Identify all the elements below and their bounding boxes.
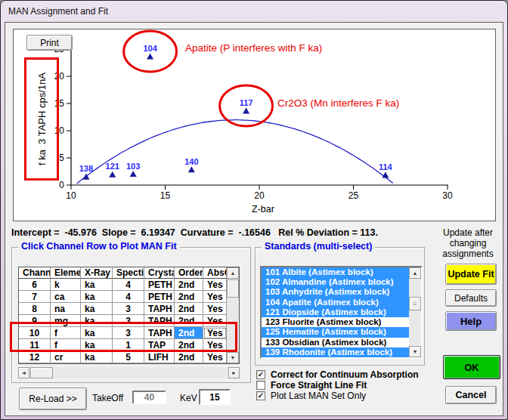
table-cell[interactable]: 2nd [175, 291, 203, 303]
checkbox-checked[interactable]: ✓ [256, 370, 265, 379]
standards-list-item[interactable]: 101 Albite (Astimex block) [262, 267, 409, 277]
table-cell[interactable]: f [51, 327, 81, 339]
option-row[interactable]: Force Straight Line Fit [256, 380, 432, 391]
table-cell[interactable]: 2nd [175, 339, 203, 351]
column-header[interactable]: Crysta [144, 267, 175, 279]
table-cell[interactable]: ka [81, 291, 113, 303]
takeoff-input[interactable] [132, 391, 166, 404]
table-cell[interactable]: LIFH [144, 351, 175, 363]
table-cell[interactable]: 12 [19, 351, 51, 363]
checkbox-unchecked[interactable] [256, 381, 265, 390]
table-cell[interactable]: Yes [203, 327, 227, 339]
scrollbar-thumb[interactable] [30, 367, 53, 378]
column-header[interactable]: AbsCo [203, 267, 227, 279]
table-cell[interactable]: ka [81, 339, 113, 351]
cancel-button[interactable]: Cancel [445, 386, 497, 404]
table-cell[interactable]: Yes [203, 303, 227, 315]
table-cell[interactable]: k [51, 279, 81, 291]
scroll-up-button[interactable]: ▲ [227, 267, 239, 279]
table-cell[interactable]: cr [51, 351, 81, 363]
standards-list-item[interactable]: 123 Fluorite (Astimex block) [262, 317, 409, 327]
table-cell[interactable]: na [51, 303, 81, 315]
table-cell[interactable]: 4 [113, 279, 144, 291]
standards-list-item[interactable]: 104 Apatite (Astimex block) [262, 298, 409, 307]
defaults-button[interactable]: Defaults [445, 289, 497, 307]
table-cell[interactable]: 6 [19, 279, 51, 291]
scroll-down-button[interactable]: ▼ [409, 346, 421, 357]
table-cell[interactable]: 5 [113, 351, 144, 363]
option-row[interactable]: ✓Correct for Continuum Absorption [256, 369, 432, 380]
table-row[interactable]: 9mgka3TAPH2ndYes [19, 315, 227, 327]
help-button[interactable]: Help [445, 311, 497, 331]
print-button[interactable]: Print [26, 35, 73, 51]
table-cell[interactable]: mg [51, 315, 81, 327]
table-cell[interactable]: Yes [203, 351, 227, 363]
table-cell[interactable]: 4 [113, 291, 144, 303]
table-row[interactable]: 10fka3TAPH2ndYes [19, 327, 227, 339]
table-cell[interactable]: ka [81, 351, 113, 363]
ok-button[interactable]: OK [443, 355, 500, 379]
table-row[interactable]: 8naka3TAPH2ndYes [19, 303, 227, 315]
table-cell[interactable]: 1 [113, 339, 144, 351]
scrollbar-thumb[interactable] [227, 279, 239, 298]
table-cell[interactable]: TAPH [144, 327, 175, 339]
standards-list-item[interactable]: 103 Anhydrite (Astimex block) [262, 287, 409, 297]
scroll-down-button[interactable]: ▼ [227, 352, 239, 363]
table-cell[interactable]: Yes [203, 315, 227, 327]
table-cell[interactable]: 8 [19, 303, 51, 315]
reload-button[interactable]: Re-Load >> [19, 388, 87, 410]
table-cell[interactable]: PETH [144, 279, 175, 291]
standards-list-item[interactable]: 139 Rhodonite (Astimex block) [262, 347, 409, 357]
table-cell[interactable]: Yes [203, 339, 227, 351]
table-cell[interactable]: f [51, 339, 81, 351]
table-row[interactable]: 11fka1TAP2ndYes [19, 339, 227, 351]
title-bar[interactable]: MAN Assignment and Fit [1, 1, 507, 22]
table-cell[interactable]: ka [81, 315, 113, 327]
table-cell[interactable]: ka [81, 279, 113, 291]
table-cell[interactable]: ka [81, 327, 113, 339]
table-cell[interactable]: Yes [203, 291, 227, 303]
table-cell[interactable]: 9 [19, 315, 51, 327]
standards-listbox[interactable]: 101 Albite (Astimex block)102 Almandine … [260, 266, 423, 359]
table-row[interactable]: 6kka4PETH2ndYes [19, 279, 227, 291]
table-cell[interactable]: 3 [113, 327, 144, 339]
table-cell[interactable]: 3 [113, 315, 144, 327]
table-cell[interactable]: TAPH [144, 315, 175, 327]
table-cell[interactable]: TAPH [144, 303, 175, 315]
checkbox-checked[interactable]: ✓ [256, 391, 265, 400]
scroll-right-button[interactable]: ► [228, 367, 240, 378]
table-row[interactable]: 7caka4PETH2ndYes [19, 291, 227, 303]
table-cell[interactable]: 2nd [175, 327, 203, 339]
table-cell[interactable]: 7 [19, 291, 51, 303]
table-cell[interactable]: PETH [144, 291, 175, 303]
standards-vertical-scrollbar[interactable]: ▲ ≡ ▼ [409, 267, 421, 357]
column-header[interactable]: Eleme [51, 267, 81, 279]
update-fit-button[interactable]: Update Fit [445, 264, 497, 285]
channel-grid-horizontal-scrollbar[interactable]: ◄ ► [18, 367, 240, 378]
scrollbar-thumb[interactable]: ≡ [409, 297, 421, 310]
table-cell[interactable]: 11 [19, 339, 51, 351]
column-header[interactable]: Specti [113, 267, 144, 279]
table-row[interactable]: 12crka5LIFH2ndYes [19, 351, 227, 363]
kev-input[interactable] [199, 389, 231, 405]
table-cell[interactable]: 2nd [175, 351, 203, 363]
scroll-up-button[interactable]: ▲ [409, 267, 421, 279]
column-header[interactable]: X-Ray [81, 267, 113, 279]
standards-list-item[interactable]: 121 Diopside (Astimex block) [262, 307, 409, 317]
table-cell[interactable]: TAP [144, 339, 175, 351]
channel-grid-vertical-scrollbar[interactable]: ▲ ▼ [227, 267, 239, 363]
scroll-left-button[interactable]: ◄ [18, 367, 29, 378]
table-cell[interactable]: 2nd [175, 303, 203, 315]
table-cell[interactable]: ca [51, 291, 81, 303]
table-cell[interactable]: 2nd [175, 315, 203, 327]
standards-list-item[interactable]: 133 Obsidian (Astimex block) [262, 338, 409, 347]
standards-list-item[interactable]: 102 Almandine (Astimex block) [262, 277, 409, 287]
table-cell[interactable]: ka [81, 303, 113, 315]
option-row[interactable]: ✓Plot Last MAN Set Only [256, 391, 432, 401]
table-cell[interactable]: Yes [203, 279, 227, 291]
column-header[interactable]: Order [175, 267, 203, 279]
table-cell[interactable]: 3 [113, 303, 144, 315]
column-header[interactable]: Chann [19, 267, 51, 279]
standards-list-item[interactable]: 125 Hematite (Astimex block) [262, 327, 409, 337]
table-cell[interactable]: 2nd [175, 279, 203, 291]
